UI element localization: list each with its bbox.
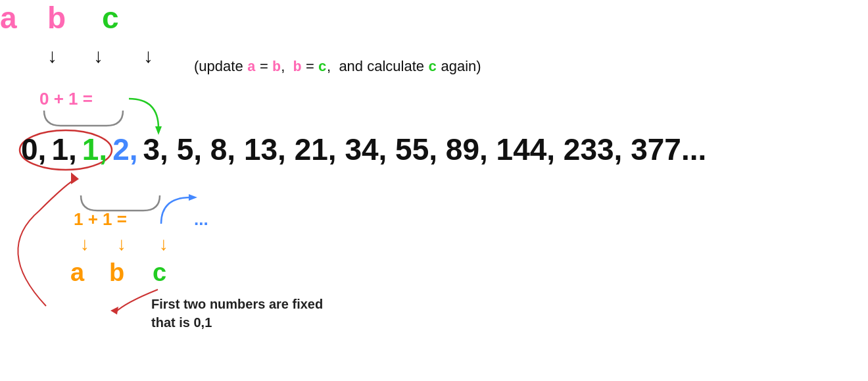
label-b-top: b xyxy=(47,0,66,36)
dots-blue: ... xyxy=(194,209,208,230)
fib-rest: 3, 5, 8, 13, 21, 34, 55, 89, 144, 233, 3… xyxy=(143,132,707,167)
arrow-b-down: ↓ xyxy=(93,45,103,67)
annotation-text: First two numbers are fixed that is 0,1 xyxy=(151,295,323,332)
update-instruction: (update a = b, b = c, and calculate c ag… xyxy=(194,58,481,76)
arrow-c-bottom: ↓ xyxy=(159,234,168,255)
label-c-top: c xyxy=(102,0,119,36)
main-container: a b c ↓ ↓ ↓ (update a = b, b = c, and ca… xyxy=(0,0,868,381)
arrow-a-down: ↓ xyxy=(47,45,57,67)
label-a-top: a xyxy=(0,0,17,36)
svg-marker-3 xyxy=(71,172,79,184)
arrow-c-down: ↓ xyxy=(143,45,153,67)
sum-label-top: 0 + 1 = xyxy=(39,89,93,109)
svg-marker-2 xyxy=(189,194,197,201)
svg-marker-4 xyxy=(110,307,118,315)
brace-top-svg xyxy=(41,107,126,128)
